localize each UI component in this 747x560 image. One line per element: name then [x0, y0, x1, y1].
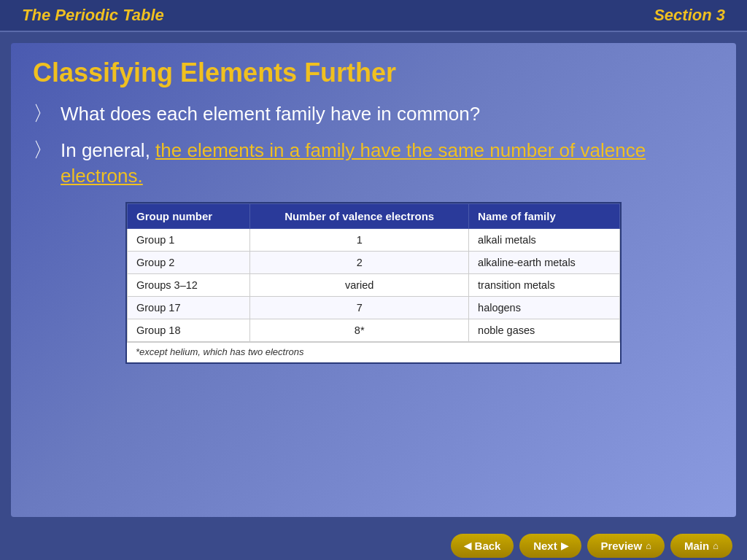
footer-nav: ◀ Back Next ▶ Preview ⌂ Main ⌂	[0, 528, 747, 560]
col-header-family: Name of family	[469, 204, 620, 229]
next-icon: ▶	[561, 540, 568, 551]
table-cell-group: Group 17	[128, 297, 250, 319]
bullet-section: 〉 What does each element family have in …	[33, 101, 714, 189]
table-row: Group 1 1 alkali metals	[128, 229, 620, 252]
next-label: Next	[533, 540, 557, 552]
bullet-text-2: In general, the elements in a family hav…	[61, 138, 714, 189]
bullet-arrow-2: 〉	[33, 136, 53, 164]
table-cell-electrons: varied	[250, 274, 469, 297]
bullet-item-2: 〉 In general, the elements in a family h…	[33, 138, 714, 189]
col-header-electrons: Number of valence electrons	[250, 204, 469, 229]
table-cell-family: noble gases	[469, 319, 620, 342]
bullet-item-1: 〉 What does each element family have in …	[33, 101, 714, 128]
header-left-title: The Periodic Table	[22, 6, 164, 25]
element-table: Group number Number of valence electrons…	[127, 203, 620, 342]
table-cell-electrons: 1	[250, 229, 469, 252]
table-row: Group 18 8* noble gases	[128, 319, 620, 342]
element-table-container: Group number Number of valence electrons…	[125, 202, 622, 364]
table-row: Groups 3–12 varied transition metals	[128, 274, 620, 297]
table-cell-group: Group 2	[128, 252, 250, 274]
table-cell-group: Group 18	[128, 319, 250, 342]
back-icon: ◀	[464, 540, 471, 551]
table-cell-electrons: 8*	[250, 319, 469, 342]
table-cell-family: transition metals	[469, 274, 620, 297]
bullet-arrow-1: 〉	[33, 100, 53, 128]
back-label: Back	[475, 540, 501, 552]
bullet2-plain: In general,	[61, 139, 150, 161]
preview-home-icon: ⌂	[646, 540, 651, 551]
next-button[interactable]: Next ▶	[519, 534, 581, 558]
col-header-group: Group number	[128, 204, 250, 229]
table-footnote: *except helium, which has two electrons	[127, 342, 620, 362]
back-button[interactable]: ◀ Back	[451, 534, 514, 558]
header: The Periodic Table Section 3	[0, 0, 747, 32]
preview-label: Preview	[600, 540, 642, 552]
table-cell-family: alkaline-earth metals	[469, 252, 620, 274]
main-home-icon: ⌂	[713, 540, 719, 551]
header-right-title: Section 3	[654, 6, 725, 25]
main-button[interactable]: Main ⌂	[670, 534, 732, 558]
main-label: Main	[684, 540, 709, 552]
table-row: Group 2 2 alkaline-earth metals	[128, 252, 620, 274]
table-cell-family: alkali metals	[469, 229, 620, 252]
bullet-text-1: What does each element family have in co…	[61, 101, 480, 127]
table-cell-group: Groups 3–12	[128, 274, 250, 297]
table-cell-group: Group 1	[128, 229, 250, 252]
table-cell-electrons: 2	[250, 252, 469, 274]
table-cell-electrons: 7	[250, 297, 469, 319]
table-cell-family: halogens	[469, 297, 620, 319]
table-row: Group 17 7 halogens	[128, 297, 620, 319]
main-content: Classifying Elements Further 〉 What does…	[11, 43, 736, 517]
slide-title: Classifying Elements Further	[33, 58, 714, 88]
table-header-row: Group number Number of valence electrons…	[128, 204, 620, 229]
preview-button[interactable]: Preview ⌂	[587, 534, 665, 558]
